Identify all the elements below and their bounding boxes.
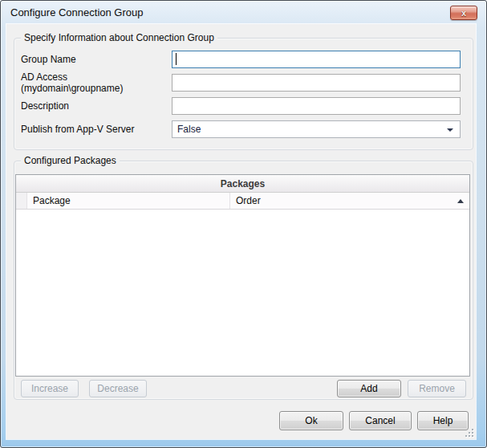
help-button[interactable]: Help (417, 411, 469, 430)
decrease-button: Decrease (89, 380, 147, 397)
packages-groupbox: Configured Packages Packages Package Ord… (14, 161, 473, 400)
packages-groupbox-legend: Configured Packages (21, 155, 120, 166)
packages-table-header-row: Package Order (16, 193, 469, 210)
ad-access-input-wrap (172, 74, 461, 92)
group-name-label: Group Name (21, 54, 172, 65)
description-label: Description (21, 100, 172, 112)
close-button[interactable]: x (450, 6, 477, 20)
packages-table: Packages Package Order (15, 174, 470, 377)
packages-button-row: Increase Decrease Add Remove (21, 380, 466, 397)
cancel-button[interactable]: Cancel (349, 411, 412, 430)
close-icon: x (461, 9, 466, 18)
window-title: Configure Connection Group (10, 6, 144, 18)
description-input-wrap (172, 97, 461, 115)
publish-label: Publish from App-V Server (21, 124, 172, 135)
add-button[interactable]: Add (337, 380, 401, 397)
description-row: Description (21, 97, 461, 115)
column-header-package[interactable]: Package (27, 193, 230, 209)
ok-button[interactable]: Ok (279, 411, 343, 430)
column-header-package-label: Package (33, 195, 71, 206)
publish-dropdown-value: False (177, 124, 201, 135)
packages-table-body[interactable] (16, 210, 469, 376)
row-selector-header (16, 193, 27, 209)
dialog-body: Specify Information about Connection Gro… (6, 24, 476, 439)
column-header-order[interactable]: Order (230, 193, 469, 209)
info-fields: Group Name AD Access (mydomain\groupname… (14, 39, 473, 138)
ad-access-row: AD Access (mydomain\groupname) (21, 74, 461, 92)
publish-row: Publish from App-V Server False (21, 120, 461, 138)
description-input[interactable] (172, 97, 461, 115)
group-name-input-wrap (172, 51, 461, 68)
group-name-row: Group Name (21, 51, 461, 68)
info-groupbox-legend: Specify Information about Connection Gro… (21, 32, 217, 43)
packages-table-title: Packages (16, 175, 469, 193)
chevron-down-icon (447, 128, 453, 132)
resize-grip[interactable] (465, 428, 473, 437)
info-groupbox: Specify Information about Connection Gro… (14, 38, 473, 150)
sort-ascending-icon (457, 199, 464, 203)
increase-button: Increase (21, 380, 79, 397)
ad-access-input[interactable] (172, 74, 461, 92)
text-cursor (176, 53, 177, 65)
footer-button-row: Ok Cancel Help (279, 411, 469, 430)
column-header-order-label: Order (236, 195, 261, 206)
publish-dropdown[interactable]: False (172, 120, 461, 138)
dialog-configure-connection-group: Configure Connection Group x Specify Inf… (0, 0, 487, 448)
ad-access-label: AD Access (mydomain\groupname) (21, 71, 172, 94)
group-name-input[interactable] (172, 51, 461, 68)
remove-button: Remove (408, 380, 466, 397)
titlebar[interactable]: Configure Connection Group x (1, 1, 486, 24)
